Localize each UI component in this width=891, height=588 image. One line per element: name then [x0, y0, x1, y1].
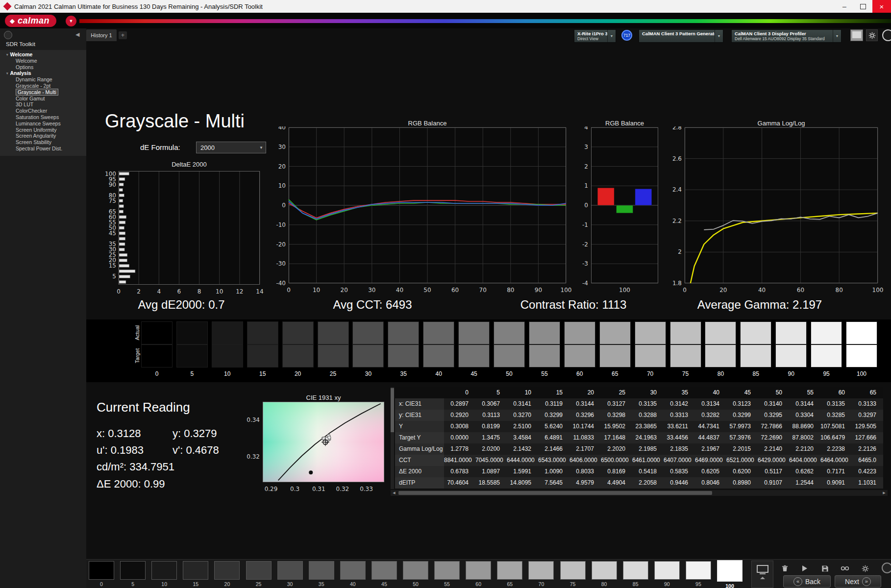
sidebar-item-saturation-sweeps[interactable]: Saturation Sweeps — [0, 114, 86, 121]
de-formula-dropdown[interactable]: 2000 ▼ — [196, 142, 266, 153]
read-continuous-button[interactable] — [798, 563, 811, 574]
grayscale-actual-patch — [423, 321, 454, 344]
pattern-swatch — [528, 561, 554, 580]
power-button[interactable] — [882, 29, 891, 41]
svg-text:5: 5 — [112, 273, 116, 280]
meter-device-panel[interactable]: X-Rite i1Pro 3 Direct View ▼ — [574, 29, 616, 43]
next-button[interactable]: Next » — [835, 575, 881, 588]
pattern-level-button[interactable]: 30 — [277, 561, 303, 587]
pattern-level-button[interactable]: 0 — [89, 561, 114, 587]
sidebar-item-analysis[interactable]: ▾Analysis — [0, 70, 86, 76]
table-cell: 0.6205 — [695, 466, 726, 477]
measurement-table: 05101520253035404550556065x: CIE310.2897… — [395, 387, 883, 489]
settings-gear-button[interactable] — [866, 29, 878, 41]
tab-history-1[interactable]: History 1 — [86, 29, 117, 41]
pattern-level-button[interactable]: 25 — [246, 561, 272, 587]
sidebar-item-label: Luminance Sweeps — [16, 121, 61, 126]
pattern-window-button[interactable] — [751, 561, 773, 588]
table-horizontal-scrollbar[interactable]: ◀ ▶ — [391, 490, 888, 496]
table-cell: 1.5991 — [507, 466, 538, 477]
back-button[interactable]: « Back — [783, 575, 831, 588]
sidebar-item-screen-uniformity[interactable]: Screen Uniformity — [0, 127, 86, 133]
table-scroll-track[interactable] — [397, 490, 881, 495]
de-formula-label: dE Formula: — [140, 143, 180, 151]
pattern-level-button[interactable]: 80 — [592, 561, 617, 587]
sidebar-item-colorchecker[interactable]: ColorChecker — [0, 108, 86, 114]
table-col-header: 0 — [444, 387, 475, 398]
pattern-level-label: 95 — [686, 580, 711, 587]
sidebar-item-options[interactable]: Options — [0, 64, 86, 71]
pattern-level-label: 55 — [434, 580, 460, 587]
grayscale-actual-patch — [846, 321, 877, 344]
workflow-title: SDR Toolkit — [6, 41, 35, 47]
svg-text:0.3: 0.3 — [290, 486, 299, 492]
table-cell: 6469.0000 — [695, 455, 726, 466]
pattern-level-button[interactable]: 100 — [717, 561, 742, 588]
pattern-level-button[interactable]: 5 — [120, 561, 146, 587]
svg-text:40: 40 — [278, 126, 286, 131]
sidebar-item-grayscale-multi[interactable]: Grayscale - Multi — [0, 89, 86, 96]
capture-indicator-button[interactable] — [882, 563, 891, 573]
sidebar-collapse-icon[interactable]: ◀ — [75, 31, 79, 38]
table-cell: 0.3304 — [789, 410, 820, 421]
pattern-level-button[interactable]: 45 — [371, 561, 397, 587]
table-cell: 1.1031 — [852, 477, 883, 489]
pattern-level-button[interactable]: 15 — [183, 561, 208, 587]
sidebar-item-spectral-power-dist[interactable]: Spectral Power Dist. — [0, 146, 86, 152]
table-cell: 0.3113 — [475, 410, 507, 421]
pattern-level-button[interactable]: 10 — [151, 561, 177, 587]
sidebar-menu-button[interactable] — [4, 31, 12, 39]
pattern-level-button[interactable]: 65 — [497, 561, 522, 587]
table-cell: 6465.0 — [852, 455, 883, 466]
sidebar-item-color-gamut[interactable]: Color Gamut — [0, 96, 86, 102]
pattern-generator-dropdown-icon[interactable]: ▼ — [715, 30, 723, 42]
table-cell: 0.3144 — [789, 398, 820, 410]
chart-settings-button[interactable] — [859, 563, 871, 574]
sidebar-item-screen-stability[interactable]: Screen Stability — [0, 139, 86, 146]
pattern-preview-button[interactable] — [850, 29, 863, 41]
sidebar-item-grayscale-2pt[interactable]: Grayscale - 2pt — [0, 83, 86, 89]
save-button[interactable] — [818, 563, 831, 574]
pattern-level-button[interactable]: 95 — [686, 561, 711, 587]
sidebar-item-welcome[interactable]: Welcome — [0, 58, 86, 64]
grayscale-target-patch — [388, 344, 419, 368]
pattern-level-button[interactable]: 90 — [654, 561, 680, 587]
pattern-swatch — [183, 561, 208, 580]
pattern-level-button[interactable]: 55 — [434, 561, 460, 587]
minimize-button[interactable]: – — [835, 0, 854, 13]
sidebar-item-screen-angularity[interactable]: Screen Angularity — [0, 133, 86, 139]
table-scroll-thumb[interactable] — [398, 491, 712, 495]
deltae-chart: 0246810121410095908075656055504535302520… — [100, 168, 267, 297]
sidebar-item-luminance-sweeps[interactable]: Luminance Sweeps — [0, 121, 86, 127]
grayscale-actual-patch — [247, 321, 278, 344]
pattern-level-button[interactable]: 50 — [403, 561, 428, 587]
table-cell: 2.1835 — [664, 443, 695, 455]
display-profiler-panel[interactable]: CalMAN Client 3 Display Profiler Dell Al… — [731, 29, 842, 43]
grayscale-target-patch — [564, 344, 595, 368]
sidebar-item-dynamic-range[interactable]: Dynamic Range — [0, 76, 86, 83]
calman-wordmark: calman — [18, 16, 50, 26]
pattern-level-button[interactable]: 70 — [528, 561, 554, 587]
pattern-level-button[interactable]: 75 — [560, 561, 586, 587]
add-tab-button[interactable]: + — [119, 31, 127, 39]
grayscale-actual-patch — [564, 321, 595, 344]
meter-dropdown-icon[interactable]: ▼ — [607, 30, 616, 42]
pattern-generator-panel[interactable]: CalMAN Client 3 Pattern Generator ▼ — [639, 29, 723, 43]
sidebar-item-welcome[interactable]: ▾Welcome — [0, 51, 86, 58]
maximize-button[interactable] — [854, 0, 872, 13]
delete-button[interactable] — [778, 563, 791, 574]
table-cell: 3.4584 — [507, 432, 538, 443]
continuous-loop-button[interactable] — [839, 563, 851, 574]
scroll-right-icon[interactable]: ▶ — [881, 491, 888, 495]
pattern-level-button[interactable]: 85 — [623, 561, 648, 587]
main-menu-button[interactable]: ▼ — [66, 16, 76, 26]
pattern-level-button[interactable]: 20 — [214, 561, 240, 587]
pattern-swatch — [623, 561, 648, 580]
pattern-level-button[interactable]: 60 — [466, 561, 491, 587]
display-profiler-dropdown-icon[interactable]: ▼ — [833, 30, 841, 42]
sidebar-item-3d-lut[interactable]: 3D LUT — [0, 101, 86, 108]
close-button[interactable]: × — [872, 0, 891, 13]
pattern-level-label: 100 — [717, 582, 742, 588]
pattern-level-button[interactable]: 35 — [309, 561, 334, 587]
pattern-level-button[interactable]: 40 — [340, 561, 366, 587]
